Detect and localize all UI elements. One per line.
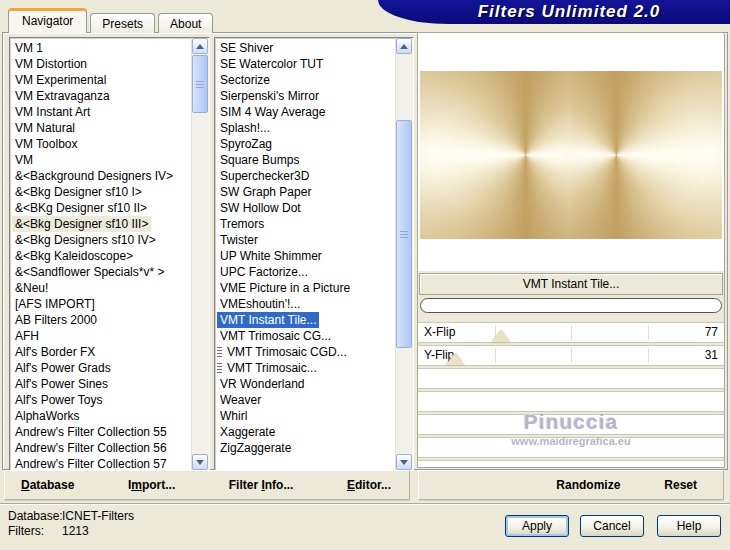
list-item[interactable]: &<Background Designers IV>	[10, 168, 191, 184]
list-item[interactable]: &<Bkg Designer sf10 III>	[10, 216, 191, 232]
database-button[interactable]: Database	[21, 478, 74, 492]
scroll-down-button[interactable]	[192, 454, 208, 470]
list-item[interactable]: &<Sandflower Specials*v* >	[10, 264, 191, 280]
list-item-label: &<Bkg Designer sf10 I>	[12, 184, 145, 200]
list-item[interactable]: VM 1	[10, 40, 191, 56]
slider-empty-row	[418, 437, 724, 458]
list-item[interactable]: Alf's Border FX	[10, 344, 191, 360]
scrollbar-thumb[interactable]	[396, 120, 412, 348]
list-item[interactable]: VMT Trimosaic CGD...	[215, 344, 395, 360]
list-item[interactable]: ZigZaggerate	[215, 440, 395, 456]
list-item[interactable]: &<BKg Designer sf10 II>	[10, 200, 191, 216]
tab-navigator[interactable]: Navigator	[8, 8, 87, 33]
slider-x-flip[interactable]: X-Flip 77	[418, 322, 724, 343]
scroll-up-button[interactable]	[396, 38, 412, 54]
slider-y-flip[interactable]: Y-Flip 31	[418, 345, 724, 366]
slider-label: X-Flip	[424, 323, 455, 342]
current-filter-label: VMT Instant Tile...	[419, 273, 723, 295]
list-item-label: Tremors	[217, 216, 267, 232]
list-item[interactable]: VM Natural	[10, 120, 191, 136]
list-item[interactable]: [AFS IMPORT]	[10, 296, 191, 312]
scroll-down-button[interactable]	[396, 454, 412, 470]
list-item[interactable]: Whirl	[215, 408, 395, 424]
list-item[interactable]: &Neu!	[10, 280, 191, 296]
arrow-down-icon	[400, 460, 408, 465]
list-item[interactable]: SE Watercolor TUT	[215, 56, 395, 72]
list-item-label: VMT Trimosaic CG...	[217, 328, 334, 344]
list-item[interactable]: Xaggerate	[215, 424, 395, 440]
category-scrollbar[interactable]	[191, 38, 209, 470]
list-item-label: VM Experimental	[12, 72, 109, 88]
list-item[interactable]: VME Picture in a Picture	[215, 280, 395, 296]
slider-rows: X-Flip 77 Y-Flip 31	[418, 322, 724, 468]
list-item[interactable]: Andrew's Filter Collection 55	[10, 424, 191, 440]
list-item[interactable]: VM Extravaganza	[10, 88, 191, 104]
cancel-button[interactable]: Cancel	[580, 515, 644, 537]
list-item[interactable]: SW Graph Paper	[215, 184, 395, 200]
list-item-label: Alf's Border FX	[12, 344, 98, 360]
list-item-label: Andrew's Filter Collection 56	[12, 440, 170, 456]
tab-presets[interactable]: Presets	[90, 13, 155, 33]
editor-button[interactable]: Editor...	[347, 478, 391, 492]
list-item-label: VMT Trimosaic CGD...	[224, 344, 350, 360]
help-button[interactable]: Help	[657, 515, 721, 537]
list-item[interactable]: Alf's Power Sines	[10, 376, 191, 392]
list-item-label: [AFS IMPORT]	[12, 296, 98, 312]
list-item[interactable]: SIM 4 Way Average	[215, 104, 395, 120]
controls-area: VMT Instant Tile... X-Flip 77	[418, 271, 724, 467]
list-item[interactable]: VMT Trimosaic CG...	[215, 328, 395, 344]
list-item[interactable]: SE Shiver	[215, 40, 395, 56]
list-item[interactable]: Tremors	[215, 216, 395, 232]
scrollbar-track[interactable]	[396, 54, 412, 454]
list-item[interactable]: &<Bkg Designers sf10 IV>	[10, 232, 191, 248]
slider-value: 77	[705, 323, 718, 342]
list-item[interactable]: &<Bkg Kaleidoscope>	[10, 248, 191, 264]
list-item[interactable]: AB Filters 2000	[10, 312, 191, 328]
list-item[interactable]: SW Hollow Dot	[215, 200, 395, 216]
import-button[interactable]: Import...	[128, 478, 175, 492]
slider-thumb[interactable]	[446, 353, 464, 365]
list-item[interactable]: VM Distortion	[10, 56, 191, 72]
list-item[interactable]: Andrew's Filter Collection 57	[10, 456, 191, 470]
list-item[interactable]: Sierpenski's Mirror	[215, 88, 395, 104]
slider-thumb[interactable]	[492, 330, 510, 342]
database-status-label: Database:	[8, 509, 62, 524]
list-item[interactable]: AlphaWorks	[10, 408, 191, 424]
list-item[interactable]: &<Bkg Designer sf10 I>	[10, 184, 191, 200]
list-item[interactable]: Superchecker3D	[215, 168, 395, 184]
list-item[interactable]: Alf's Power Grads	[10, 360, 191, 376]
list-item[interactable]: VM Experimental	[10, 72, 191, 88]
list-item[interactable]: Weaver	[215, 392, 395, 408]
filter-info-button[interactable]: Filter Info...	[229, 478, 294, 492]
list-item[interactable]: VMT Trimosaic...	[215, 360, 395, 376]
tick-mark	[571, 348, 572, 363]
scrollbar-track[interactable]	[192, 54, 208, 454]
list-item-label: VM Natural	[12, 120, 78, 136]
list-item[interactable]: VM Instant Art	[10, 104, 191, 120]
randomize-button[interactable]: Randomize	[556, 478, 620, 492]
scrollbar-thumb[interactable]	[192, 55, 208, 113]
list-item[interactable]: VMT Instant Tile...	[215, 312, 395, 328]
list-item[interactable]: Splash!...	[215, 120, 395, 136]
list-item[interactable]: VM	[10, 152, 191, 168]
scroll-up-button[interactable]	[192, 38, 208, 54]
list-item-label: SW Hollow Dot	[217, 200, 304, 216]
filter-scrollbar[interactable]	[395, 38, 413, 470]
list-item[interactable]: Andrew's Filter Collection 56	[10, 440, 191, 456]
list-item[interactable]: UPC Factorize...	[215, 264, 395, 280]
list-item[interactable]: VR Wonderland	[215, 376, 395, 392]
list-item-label: SE Watercolor TUT	[217, 56, 326, 72]
list-item[interactable]: SpyroZag	[215, 136, 395, 152]
list-item[interactable]: Twister	[215, 232, 395, 248]
list-item[interactable]: Square Bumps	[215, 152, 395, 168]
apply-button[interactable]: Apply	[505, 515, 569, 537]
reset-button[interactable]: Reset	[664, 478, 697, 492]
list-item[interactable]: VMEshoutin'!...	[215, 296, 395, 312]
list-item[interactable]: AFH	[10, 328, 191, 344]
list-item[interactable]: Sectorize	[215, 72, 395, 88]
list-item[interactable]: Alf's Power Toys	[10, 392, 191, 408]
tab-about[interactable]: About	[158, 13, 213, 33]
footer-divider	[0, 503, 730, 505]
list-item[interactable]: VM Toolbox	[10, 136, 191, 152]
list-item[interactable]: UP White Shimmer	[215, 248, 395, 264]
